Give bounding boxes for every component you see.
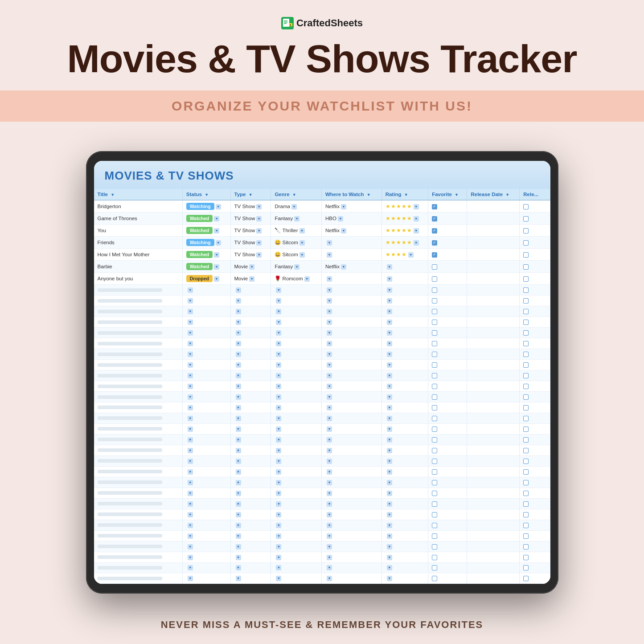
- empty-dropdown-arrow[interactable]: ▼: [236, 544, 241, 550]
- empty-dropdown-arrow[interactable]: ▼: [276, 459, 281, 464]
- empty-dropdown-arrow[interactable]: ▼: [188, 480, 193, 485]
- empty-dropdown-arrow[interactable]: ▼: [188, 405, 193, 410]
- type-dropdown-arrow[interactable]: ▼: [256, 228, 262, 234]
- empty-dropdown-arrow[interactable]: ▼: [327, 491, 332, 496]
- empty-dropdown-arrow[interactable]: ▼: [327, 287, 332, 293]
- empty-dropdown-arrow[interactable]: ▼: [327, 373, 332, 378]
- type-dropdown-arrow[interactable]: ▼: [256, 204, 262, 209]
- empty-dropdown-arrow[interactable]: ▼: [387, 320, 392, 325]
- genre-filter-icon[interactable]: ▼: [292, 193, 296, 197]
- empty-dropdown-arrow[interactable]: ▼: [236, 491, 241, 496]
- empty-dropdown-arrow[interactable]: ▼: [387, 544, 392, 550]
- empty-checkbox[interactable]: [523, 565, 529, 570]
- empty-dropdown-arrow[interactable]: ▼: [236, 394, 241, 400]
- empty-checkbox[interactable]: [523, 362, 529, 368]
- empty-dropdown-arrow[interactable]: ▼: [276, 394, 281, 400]
- empty-checkbox[interactable]: [432, 405, 437, 410]
- empty-dropdown-arrow[interactable]: ▼: [387, 491, 392, 496]
- empty-dropdown-arrow[interactable]: ▼: [327, 576, 332, 581]
- empty-checkbox[interactable]: [432, 501, 437, 507]
- genre-dropdown-arrow[interactable]: ▼: [299, 252, 305, 258]
- col-genre[interactable]: Genre ▼: [271, 189, 322, 200]
- empty-checkbox[interactable]: [432, 480, 437, 485]
- empty-dropdown-arrow[interactable]: ▼: [188, 512, 193, 517]
- empty-dropdown-arrow[interactable]: ▼: [327, 298, 332, 304]
- empty-checkbox[interactable]: [432, 427, 437, 432]
- empty-dropdown-arrow[interactable]: ▼: [276, 544, 281, 550]
- empty-dropdown-arrow[interactable]: ▼: [387, 448, 392, 453]
- empty-checkbox[interactable]: [432, 373, 437, 378]
- empty-dropdown-arrow[interactable]: ▼: [387, 576, 392, 581]
- col-status[interactable]: Status ▼: [182, 189, 230, 200]
- empty-dropdown-arrow[interactable]: ▼: [327, 565, 332, 570]
- release2-checkbox[interactable]: [523, 252, 529, 258]
- empty-dropdown-arrow[interactable]: ▼: [188, 362, 193, 368]
- empty-dropdown-arrow[interactable]: ▼: [327, 437, 332, 443]
- empty-dropdown-arrow[interactable]: ▼: [236, 384, 241, 389]
- empty-dropdown-arrow[interactable]: ▼: [276, 523, 281, 528]
- release2-checkbox[interactable]: [523, 204, 529, 209]
- empty-dropdown-arrow[interactable]: ▼: [276, 437, 281, 443]
- empty-checkbox[interactable]: [432, 320, 437, 325]
- empty-dropdown-arrow[interactable]: ▼: [276, 352, 281, 357]
- release2-checkbox[interactable]: [523, 264, 529, 270]
- cell-favorite[interactable]: [428, 213, 467, 225]
- empty-dropdown-arrow[interactable]: ▼: [188, 544, 193, 550]
- empty-dropdown-arrow[interactable]: ▼: [236, 469, 241, 475]
- empty-checkbox[interactable]: [432, 309, 437, 314]
- empty-dropdown-arrow[interactable]: ▼: [387, 533, 392, 539]
- empty-checkbox[interactable]: [432, 287, 437, 293]
- empty-checkbox[interactable]: [432, 576, 437, 581]
- empty-dropdown-arrow[interactable]: ▼: [327, 320, 332, 325]
- empty-dropdown-arrow[interactable]: ▼: [188, 394, 193, 400]
- genre-dropdown-arrow[interactable]: ▼: [299, 240, 305, 246]
- empty-dropdown-arrow[interactable]: ▼: [387, 330, 392, 336]
- empty-dropdown-arrow[interactable]: ▼: [276, 576, 281, 581]
- empty-dropdown-arrow[interactable]: ▼: [188, 320, 193, 325]
- where-dropdown-arrow[interactable]: ▼: [341, 264, 346, 270]
- rating-dropdown-arrow[interactable]: ▼: [414, 240, 419, 246]
- empty-dropdown-arrow[interactable]: ▼: [387, 362, 392, 368]
- empty-dropdown-arrow[interactable]: ▼: [236, 448, 241, 453]
- empty-dropdown-arrow[interactable]: ▼: [236, 330, 241, 336]
- empty-dropdown-arrow[interactable]: ▼: [236, 298, 241, 304]
- cell-favorite[interactable]: [428, 225, 467, 237]
- empty-dropdown-arrow[interactable]: ▼: [188, 352, 193, 357]
- col-rating[interactable]: Rating ▼: [381, 189, 428, 200]
- rating-dropdown-arrow[interactable]: ▼: [387, 264, 392, 270]
- empty-dropdown-arrow[interactable]: ▼: [236, 416, 241, 421]
- empty-checkbox[interactable]: [432, 437, 437, 443]
- rel-filter-icon[interactable]: ▼: [505, 193, 509, 197]
- empty-dropdown-arrow[interactable]: ▼: [276, 555, 281, 560]
- empty-dropdown-arrow[interactable]: ▼: [236, 533, 241, 539]
- empty-checkbox[interactable]: [432, 491, 437, 496]
- empty-dropdown-arrow[interactable]: ▼: [327, 501, 332, 507]
- status-dropdown-arrow[interactable]: ▼: [216, 240, 221, 246]
- empty-dropdown-arrow[interactable]: ▼: [276, 533, 281, 539]
- where-dropdown-arrow[interactable]: ▼: [341, 204, 346, 209]
- genre-dropdown-arrow[interactable]: ▼: [294, 216, 299, 222]
- empty-dropdown-arrow[interactable]: ▼: [276, 320, 281, 325]
- empty-checkbox[interactable]: [523, 555, 529, 560]
- where-dropdown-arrow[interactable]: ▼: [327, 276, 332, 282]
- type-dropdown-arrow[interactable]: ▼: [256, 216, 262, 222]
- empty-dropdown-arrow[interactable]: ▼: [387, 480, 392, 485]
- empty-dropdown-arrow[interactable]: ▼: [188, 523, 193, 528]
- empty-dropdown-arrow[interactable]: ▼: [387, 309, 392, 314]
- empty-dropdown-arrow[interactable]: ▼: [188, 427, 193, 432]
- empty-checkbox[interactable]: [432, 362, 437, 368]
- empty-dropdown-arrow[interactable]: ▼: [387, 384, 392, 389]
- release2-checkbox[interactable]: [523, 216, 529, 222]
- status-dropdown-arrow[interactable]: ▼: [214, 228, 219, 234]
- rating-dropdown-arrow[interactable]: ▼: [387, 276, 392, 282]
- empty-dropdown-arrow[interactable]: ▼: [276, 373, 281, 378]
- empty-dropdown-arrow[interactable]: ▼: [236, 555, 241, 560]
- type-filter-icon[interactable]: ▼: [249, 193, 253, 197]
- empty-dropdown-arrow[interactable]: ▼: [327, 448, 332, 453]
- empty-checkbox[interactable]: [523, 469, 529, 475]
- empty-dropdown-arrow[interactable]: ▼: [387, 341, 392, 346]
- empty-checkbox[interactable]: [523, 459, 529, 464]
- empty-dropdown-arrow[interactable]: ▼: [188, 576, 193, 581]
- release2-checkbox[interactable]: [523, 240, 529, 246]
- empty-checkbox[interactable]: [523, 501, 529, 507]
